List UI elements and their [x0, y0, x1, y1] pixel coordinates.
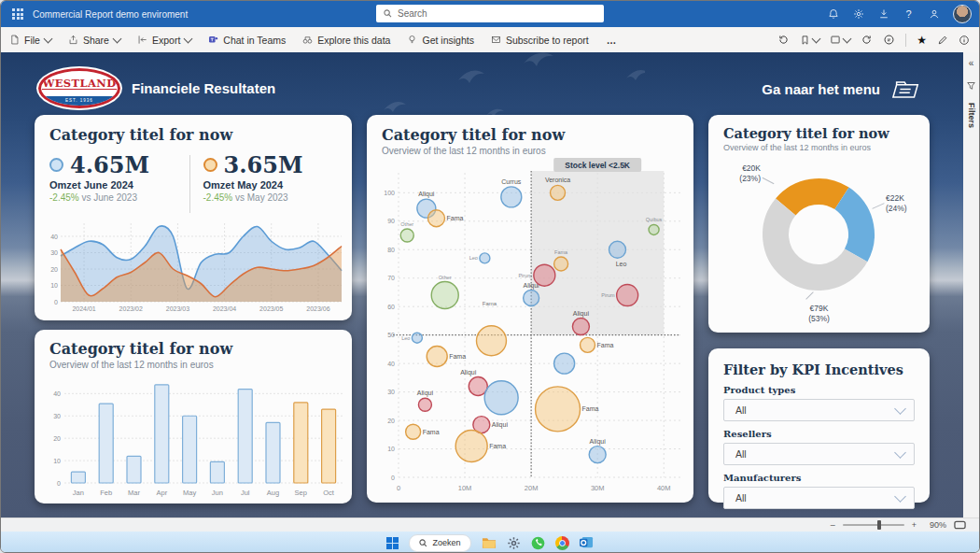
menu-file[interactable]: File: [1, 27, 60, 52]
outlook-icon[interactable]: [580, 536, 594, 549]
windows-start-button[interactable]: [386, 537, 399, 549]
svg-text:2023/06: 2023/06: [306, 305, 329, 312]
svg-text:Veronica: Veronica: [545, 177, 570, 183]
whatsapp-icon[interactable]: [531, 536, 545, 550]
bar-chart[interactable]: 010203040JanFebMarAprMayJunJulAugSepOct: [42, 373, 346, 500]
search-input[interactable]: Search: [376, 5, 604, 22]
svg-text:2023/03: 2023/03: [166, 305, 189, 312]
reset-icon[interactable]: [777, 34, 790, 46]
svg-text:Aliqui: Aliqui: [417, 390, 434, 397]
help-icon[interactable]: ?: [903, 8, 915, 21]
menu-subscribe[interactable]: Subscribe to report: [483, 27, 597, 52]
go-to-menu-button[interactable]: Ga naar het menu: [762, 78, 921, 100]
product-types-dropdown[interactable]: All: [723, 399, 915, 421]
refresh-icon[interactable]: [861, 34, 873, 46]
settings-app-icon[interactable]: [507, 536, 521, 550]
report-canvas: WESTLAND EST. 1936 Financiele Resultaten…: [1, 52, 979, 518]
app-launcher-icon[interactable]: [12, 8, 23, 20]
svg-text:2024/01: 2024/01: [72, 305, 95, 312]
svg-text:Aliqui: Aliqui: [573, 310, 590, 318]
svg-text:Fama: Fama: [554, 249, 568, 255]
settings-gear-icon[interactable]: [852, 8, 864, 21]
zoom-slider-thumb[interactable]: [877, 520, 881, 530]
svg-text:20: 20: [53, 435, 61, 442]
svg-text:40: 40: [50, 234, 58, 240]
bookmarks-dropdown[interactable]: [800, 35, 819, 46]
chevron-down-icon: [894, 490, 906, 503]
bar-chart-card[interactable]: Category titel for now Overview of the l…: [35, 330, 352, 503]
card-title: Category titel for now: [49, 126, 343, 144]
menu-export[interactable]: Export: [129, 27, 200, 52]
svg-text:Jan: Jan: [73, 489, 84, 497]
donut-label: €20K(23%): [716, 163, 761, 183]
donut-chart[interactable]: [744, 160, 893, 309]
svg-text:Fama: Fama: [489, 443, 506, 449]
kpi-filter-card: Filter by KPI Incentives Product types A…: [708, 348, 930, 503]
svg-text:Pirum: Pirum: [518, 273, 532, 278]
comment-icon[interactable]: [883, 34, 895, 46]
resellers-dropdown[interactable]: All: [723, 443, 915, 465]
field-label: Resellers: [723, 429, 915, 439]
zoom-out-button[interactable]: –: [831, 520, 835, 530]
svg-text:Aug: Aug: [267, 489, 279, 497]
folder-icon: [891, 78, 921, 100]
zoom-slider[interactable]: [843, 524, 904, 526]
svg-text:Apr: Apr: [156, 489, 167, 497]
svg-text:Leo: Leo: [401, 335, 410, 341]
kpi-orange-dot-icon: [203, 158, 217, 172]
page-title: Financiele Resultaten: [132, 80, 275, 96]
svg-text:Fama: Fama: [483, 301, 497, 306]
user-icon[interactable]: [928, 8, 940, 21]
favorite-star-icon[interactable]: ★: [917, 34, 927, 47]
info-icon[interactable]: [959, 35, 970, 46]
card-subtitle: Overview of the last 12 months in euros: [49, 360, 343, 370]
account-avatar[interactable]: [953, 5, 972, 23]
chrome-icon[interactable]: [555, 536, 569, 550]
card-title: Filter by KPI Incentives: [723, 362, 915, 377]
svg-text:Sep: Sep: [295, 489, 307, 497]
card-title: Category titel for now: [382, 126, 686, 144]
notifications-icon[interactable]: [827, 8, 839, 21]
report-menubar: File Share Export Chat in Teams Explore …: [1, 27, 979, 53]
export-icon: [137, 35, 147, 45]
filters-pane-collapsed[interactable]: « Filters: [963, 52, 979, 518]
svg-text:10: 10: [50, 282, 58, 289]
svg-text:Quibus: Quibus: [646, 217, 663, 222]
windows-taskbar: Zoeken: [1, 532, 979, 553]
file-explorer-icon[interactable]: [482, 536, 497, 549]
download-icon[interactable]: [877, 8, 889, 21]
zoom-in-button[interactable]: +: [912, 520, 917, 530]
menu-chat-in-teams[interactable]: Chat in Teams: [200, 27, 294, 52]
edit-pencil-icon[interactable]: [937, 35, 948, 46]
kpi-label: Omzet June 2024: [49, 179, 189, 191]
menu-share[interactable]: Share: [60, 27, 129, 52]
kpi-card[interactable]: Category titel for now 4.65M Omzet June …: [35, 115, 352, 320]
lightbulb-icon: [407, 35, 417, 45]
bubble-chart[interactable]: Stock level <2.5K01020304050607080901000…: [372, 158, 688, 496]
taskbar-search[interactable]: Zoeken: [409, 534, 470, 552]
search-placeholder: Search: [398, 8, 427, 19]
menu-explore-data[interactable]: Explore this data: [294, 27, 399, 52]
chevron-down-icon: [184, 34, 193, 43]
search-icon: [419, 539, 427, 547]
kpi-value: 4.65M: [70, 151, 149, 178]
donut-chart-card[interactable]: Category titel for now Overview of the l…: [708, 115, 930, 333]
area-chart[interactable]: 0102030402024/012023/022023/032023/04202…: [40, 218, 346, 315]
svg-text:10M: 10M: [458, 484, 472, 492]
scatter-chart-card[interactable]: Category titel for now Overview of the l…: [367, 115, 693, 503]
svg-text:Fama: Fama: [423, 429, 440, 435]
svg-text:0: 0: [397, 484, 400, 492]
fit-to-page-icon[interactable]: [954, 520, 966, 530]
svg-text:10: 10: [53, 458, 61, 464]
chevron-down-icon: [894, 447, 906, 459]
collapse-icon[interactable]: «: [969, 58, 974, 68]
menu-get-insights[interactable]: Get insights: [399, 27, 482, 52]
westland-logo: WESTLAND EST. 1936: [38, 68, 120, 108]
svg-text:Aliqui: Aliqui: [590, 438, 607, 446]
menu-overflow[interactable]: …: [597, 27, 627, 52]
report-title: Commercial Report demo enviroment: [33, 9, 188, 20]
svg-text:40: 40: [53, 390, 61, 397]
manufacturers-dropdown[interactable]: All: [723, 487, 915, 509]
logo-subtext: EST. 1936: [41, 96, 118, 106]
view-dropdown[interactable]: [830, 35, 850, 45]
